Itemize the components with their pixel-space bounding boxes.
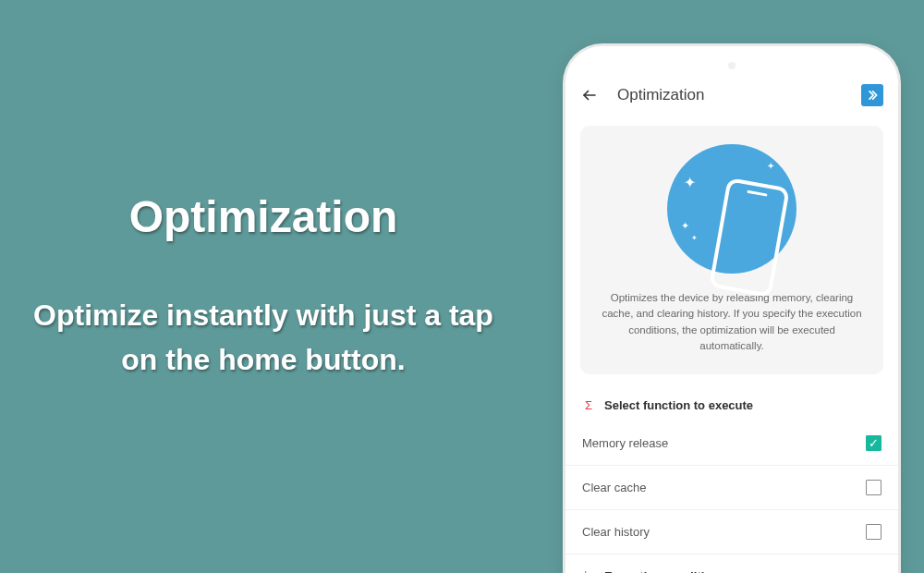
camera-dot bbox=[728, 62, 736, 69]
sparkle-icon: ✦ bbox=[691, 234, 698, 242]
phone-frame: Optimization ✦ ✦ ✦ ✦ Optimizes the devic… bbox=[565, 46, 898, 573]
function-label: Clear history bbox=[582, 525, 650, 539]
sparkle-icon: ✦ bbox=[684, 174, 696, 191]
function-item-clear-cache[interactable]: Clear cache bbox=[565, 466, 898, 510]
promo-area: Optimization Optimize instantly with jus… bbox=[0, 0, 527, 573]
function-label: Clear cache bbox=[582, 481, 646, 494]
app-bar: Optimization bbox=[565, 72, 898, 118]
function-label: Memory release bbox=[582, 436, 668, 450]
optimization-illustration: ✦ ✦ ✦ ✦ bbox=[667, 144, 796, 274]
section-title-functions: Select function to execute bbox=[604, 398, 753, 412]
function-item-clear-history[interactable]: Clear history bbox=[565, 510, 898, 555]
function-item-memory-release[interactable]: Memory release ✓ bbox=[565, 421, 898, 466]
sparkle-icon: ✦ bbox=[767, 161, 774, 171]
sparkle-icon: ✦ bbox=[681, 220, 689, 232]
phone-icon bbox=[709, 177, 790, 298]
promo-subtitle: Optimize instantly with just a tap on th… bbox=[28, 293, 499, 382]
info-description: Optimizes the device by releasing memory… bbox=[597, 290, 867, 354]
forward-button[interactable] bbox=[861, 84, 883, 106]
section-header-functions: Σ Select function to execute bbox=[565, 389, 898, 421]
back-arrow-icon[interactable] bbox=[580, 86, 599, 104]
app-bar-title: Optimization bbox=[617, 86, 704, 104]
promo-title: Optimization bbox=[129, 191, 398, 242]
section-title-execution: Execution condition bbox=[604, 569, 719, 573]
checkbox-checked[interactable]: ✓ bbox=[866, 435, 881, 451]
checkmark-icon: ✓ bbox=[869, 437, 879, 449]
checkbox-unchecked[interactable] bbox=[866, 524, 881, 540]
checkbox-unchecked[interactable] bbox=[866, 480, 881, 495]
sigma-icon: Σ bbox=[582, 398, 595, 412]
info-card: ✦ ✦ ✦ ✦ Optimizes the device by releasin… bbox=[580, 126, 883, 374]
status-bar bbox=[565, 46, 898, 72]
section-header-execution: Execution condition bbox=[565, 555, 898, 573]
